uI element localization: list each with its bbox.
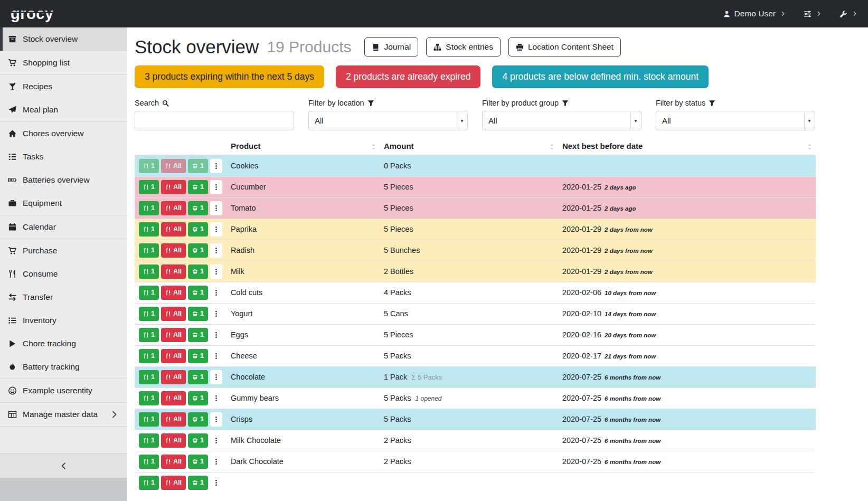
open-one-button[interactable]: 1 (188, 370, 208, 384)
consume-all-button[interactable]: All (161, 159, 186, 173)
open-one-button[interactable]: 1 (188, 264, 208, 279)
consume-one-button[interactable]: 1 (139, 412, 159, 427)
search-input[interactable] (135, 111, 294, 130)
sidebar-item-shopping-list[interactable]: Shopping list (0, 51, 127, 74)
open-one-button[interactable]: 1 (188, 286, 208, 300)
consume-all-button[interactable]: All (161, 222, 186, 237)
row-menu-button[interactable] (210, 243, 222, 258)
row-menu-button[interactable] (210, 264, 222, 279)
consume-all-button[interactable]: All (161, 433, 186, 448)
sidebar-item-battery-tracking[interactable]: Battery tracking (0, 355, 127, 379)
consume-one-button[interactable]: 1 (139, 433, 159, 448)
filter-by-location-select[interactable]: All▾ (308, 111, 468, 130)
sidebar-item-manage-master-data[interactable]: Manage master data (0, 403, 127, 426)
open-one-button[interactable]: 1 (188, 307, 208, 321)
column-header-product[interactable]: Product (227, 139, 380, 155)
sidebar-item-consume[interactable]: Consume (0, 262, 127, 286)
filter-by-product-group-select[interactable]: All▾ (482, 111, 641, 130)
sidebar-item-recipes[interactable]: Recipes (0, 75, 127, 98)
consume-one-button[interactable]: 1 (139, 286, 159, 300)
utensils-icon (165, 480, 171, 486)
consume-all-button[interactable]: All (161, 180, 186, 194)
consume-all-button[interactable]: All (161, 370, 186, 384)
sidebar-item-meal-plan[interactable]: Meal plan (0, 98, 127, 121)
admin-menu[interactable] (839, 10, 857, 18)
sidebar-item-chores-overview[interactable]: Chores overview (0, 122, 127, 145)
row-menu-button[interactable] (210, 476, 222, 490)
consume-one-button[interactable]: 1 (139, 201, 159, 215)
view-settings-menu[interactable] (804, 10, 822, 18)
consume-all-button[interactable]: All (161, 391, 186, 405)
consume-one-button[interactable]: 1 (139, 180, 159, 194)
consume-all-button[interactable]: All (161, 243, 186, 258)
consume-all-button[interactable]: All (161, 349, 186, 363)
row-menu-button[interactable] (210, 222, 222, 237)
row-menu-button[interactable] (210, 286, 222, 300)
consume-one-button[interactable]: 1 (139, 243, 159, 258)
row-menu-button[interactable] (210, 328, 222, 342)
column-header-amount[interactable]: Amount (380, 139, 558, 155)
row-menu-button[interactable] (210, 201, 222, 215)
stock-entries-button[interactable]: Stock entries (426, 37, 501, 56)
open-one-button[interactable]: 1 (188, 243, 208, 258)
expired-alert[interactable]: 2 products are already expired (336, 65, 480, 88)
row-menu-button[interactable] (210, 455, 222, 469)
sidebar-item-example-userentity[interactable]: Example userentity (0, 379, 127, 402)
expiring-soon-alert[interactable]: 3 products expiring within the next 5 da… (135, 65, 324, 88)
consume-all-button[interactable]: All (161, 201, 186, 215)
consume-all-button[interactable]: All (161, 412, 186, 427)
user-menu[interactable]: Demo User (723, 9, 786, 18)
sidebar-item-transfer[interactable]: Transfer (0, 286, 127, 309)
consume-one-button[interactable]: 1 (139, 349, 159, 363)
consume-one-button[interactable]: 1 (139, 222, 159, 237)
location-content-sheet-button[interactable]: Location Content Sheet (508, 37, 621, 56)
open-one-button[interactable]: 1 (188, 412, 208, 427)
open-one-button[interactable]: 1 (188, 391, 208, 405)
open-one-button[interactable]: 1 (188, 159, 208, 173)
open-one-button[interactable]: 1 (188, 433, 208, 448)
row-menu-button[interactable] (210, 307, 222, 321)
open-one-button[interactable]: 1 (188, 455, 208, 469)
open-one-button[interactable]: 1 (188, 180, 208, 194)
consume-one-button[interactable]: 1 (139, 159, 159, 173)
sidebar-item-chore-tracking[interactable]: Chore tracking (0, 332, 127, 355)
row-menu-button[interactable] (210, 349, 222, 363)
sidebar-item-calendar[interactable]: Calendar (0, 215, 127, 239)
sidebar-item-batteries-overview[interactable]: Batteries overview (0, 168, 127, 192)
consume-one-button[interactable]: 1 (139, 370, 159, 384)
sidebar-collapse-button[interactable] (0, 453, 127, 478)
consume-one-button[interactable]: 1 (139, 264, 159, 279)
sidebar-item-stock-overview[interactable]: Stock overview (0, 27, 127, 51)
consume-all-button[interactable]: All (161, 476, 186, 490)
consume-all-button[interactable]: All (161, 455, 186, 469)
consume-one-button[interactable]: 1 (139, 307, 159, 321)
open-one-button[interactable]: 1 (188, 328, 208, 342)
consume-all-button[interactable]: All (161, 264, 186, 279)
consume-one-button[interactable]: 1 (139, 391, 159, 405)
row-menu-button[interactable] (210, 159, 222, 173)
consume-one-button[interactable]: 1 (139, 455, 159, 469)
consume-all-button[interactable]: All (161, 286, 186, 300)
below-min-stock-alert[interactable]: 4 products are below defined min. stock … (492, 65, 709, 88)
open-one-button[interactable]: 1 (188, 222, 208, 237)
sidebar-item-tasks[interactable]: Tasks (0, 145, 127, 168)
row-menu-button[interactable] (210, 412, 222, 427)
sidebar-item-equipment[interactable]: Equipment (0, 192, 127, 215)
consume-all-button[interactable]: All (161, 328, 186, 342)
consume-one-button[interactable]: 1 (139, 476, 159, 490)
open-one-button[interactable]: 1 (188, 201, 208, 215)
row-menu-button[interactable] (210, 391, 222, 405)
sidebar-item-inventory[interactable]: Inventory (0, 309, 127, 332)
consume-one-button[interactable]: 1 (139, 328, 159, 342)
filter-by-status-select[interactable]: All▾ (656, 111, 815, 130)
column-header-next-best-before-date[interactable]: Next best before date (558, 139, 816, 155)
grocy-logo[interactable]: grocy (11, 6, 53, 22)
open-one-button[interactable]: 1 (188, 349, 208, 363)
row-menu-button[interactable] (210, 370, 222, 384)
row-menu-button[interactable] (210, 180, 222, 194)
row-menu-button[interactable] (210, 433, 222, 448)
sidebar-item-purchase[interactable]: Purchase (0, 239, 127, 262)
consume-all-button[interactable]: All (161, 307, 186, 321)
journal-button[interactable]: Journal (364, 37, 418, 56)
open-one-button[interactable]: 1 (188, 476, 208, 490)
